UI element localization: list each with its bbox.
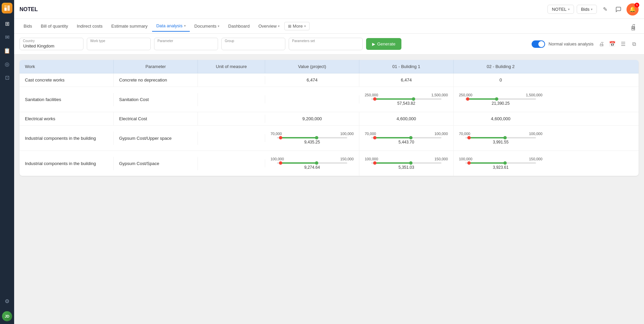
data-table: Work Parameter Unit of measure Value (pr… bbox=[20, 60, 639, 176]
table-row: Industrial components in the building Gy… bbox=[20, 126, 639, 151]
range-track bbox=[371, 162, 442, 164]
sidebar-item-home[interactable]: ⊞ bbox=[1, 18, 13, 30]
print-icon[interactable]: 🖨 bbox=[628, 23, 639, 34]
range-dot-green bbox=[315, 136, 318, 139]
sidebar-item-inbox[interactable]: ✉ bbox=[1, 31, 13, 43]
range-fill bbox=[280, 162, 316, 164]
svg-rect-1 bbox=[7, 5, 10, 11]
range-track bbox=[465, 162, 536, 164]
row2-building2: 250,000 1,500,000 21,390.25 bbox=[454, 87, 548, 112]
sidebar-item-layers[interactable]: ⊡ bbox=[1, 71, 13, 84]
tab-estimate-summary[interactable]: Estimate summary bbox=[107, 21, 152, 31]
range-value: 21,390.25 bbox=[492, 101, 509, 106]
parameters-set-input[interactable] bbox=[289, 38, 363, 50]
range-max-label: 100,000 bbox=[340, 132, 354, 136]
country-filter[interactable]: Country bbox=[20, 38, 83, 50]
range-value-project: 70,000 100,000 9,435.25 bbox=[271, 130, 354, 147]
row1-parameter: Concrete no deprecation bbox=[114, 73, 198, 87]
row1-value-project: 6,474 bbox=[265, 73, 359, 87]
print-view-icon[interactable]: 🖨 bbox=[597, 39, 606, 49]
parameters-set-filter[interactable]: Parameters set bbox=[289, 38, 363, 50]
range-min-label: 250,000 bbox=[459, 93, 472, 97]
avatar[interactable]: JD bbox=[2, 311, 12, 321]
table-header: Work Parameter Unit of measure Value (pr… bbox=[20, 60, 639, 73]
tab-overview[interactable]: Overview ▾ bbox=[254, 21, 284, 31]
work-type-filter[interactable]: Work type bbox=[87, 38, 151, 50]
range-labels: 70,000 100,000 bbox=[365, 132, 448, 136]
range-fill bbox=[469, 137, 504, 138]
edit-icon[interactable]: ✎ bbox=[600, 4, 610, 15]
rows-view-icon[interactable]: ☰ bbox=[618, 39, 628, 49]
parameter-input[interactable] bbox=[154, 38, 218, 50]
tab-data-analysis[interactable]: Data analysis ▾ bbox=[152, 21, 189, 32]
row3-unit bbox=[198, 115, 265, 123]
country-input[interactable] bbox=[20, 38, 83, 50]
row5-parameter: Gypsum Cost/Space bbox=[114, 157, 198, 170]
bids-label: Bids bbox=[581, 7, 589, 12]
bids-selector[interactable]: Bids ▾ bbox=[577, 5, 597, 14]
range-dot-green bbox=[495, 97, 498, 101]
range-building2: 100,000 150,000 3,923.61 bbox=[459, 155, 542, 172]
project-chevron-icon: ▾ bbox=[568, 7, 570, 11]
tab-bill-of-quantity[interactable]: Bill of quantity bbox=[37, 21, 72, 31]
filters-right: Normal values analysis 🖨 📅 ☰ ⧉ bbox=[532, 39, 639, 49]
row4-building2: 70,000 100,000 3,991.55 bbox=[454, 126, 548, 151]
table-row: Cast concrete works Concrete no deprecat… bbox=[20, 73, 639, 87]
row4-unit bbox=[198, 134, 265, 142]
sidebar-item-reports[interactable]: 📋 bbox=[1, 44, 13, 57]
app-logo[interactable] bbox=[2, 3, 12, 13]
row2-work: Sanitation facilities bbox=[20, 93, 114, 106]
parameter-filter[interactable]: Parameter bbox=[154, 38, 218, 50]
calendar-view-icon[interactable]: 📅 bbox=[608, 39, 617, 49]
range-min-label: 70,000 bbox=[459, 132, 470, 136]
range-labels: 100,000 150,000 bbox=[459, 157, 542, 161]
nav-tabs: Bids Bill of quantity Indirect costs Est… bbox=[14, 19, 644, 34]
filters-bar: Country Work type Parameter Group Parame… bbox=[14, 34, 644, 55]
group-input[interactable] bbox=[221, 38, 285, 50]
tab-bids[interactable]: Bids bbox=[20, 21, 36, 31]
sidebar-item-map[interactable]: ◎ bbox=[1, 58, 13, 70]
tab-more[interactable]: ⊞ More ▾ bbox=[284, 22, 310, 30]
tab-dashboard[interactable]: Dashboard bbox=[224, 21, 254, 31]
range-min-label: 70,000 bbox=[365, 132, 376, 136]
range-value: 9,274.64 bbox=[304, 165, 320, 170]
chat-icon[interactable] bbox=[613, 4, 624, 15]
notification-button[interactable]: 🔔 5 bbox=[627, 3, 639, 15]
range-fill bbox=[467, 98, 496, 100]
range-fill bbox=[374, 137, 410, 138]
toggle-knob bbox=[538, 41, 544, 47]
topbar-right: NOTEL ▾ Bids ▾ ✎ 🔔 5 bbox=[547, 3, 639, 15]
row4-parameter: Gypsum Cost/Upper space bbox=[114, 132, 198, 145]
range-min-label: 100,000 bbox=[365, 157, 378, 161]
tab-indirect-costs[interactable]: Indirect costs bbox=[73, 21, 107, 31]
range-max-label: 1,500,000 bbox=[431, 93, 448, 97]
row2-unit bbox=[198, 95, 265, 103]
row5-value-project: 100,000 150,000 9,274.64 bbox=[265, 151, 359, 176]
row1-building1: 6,474 bbox=[359, 73, 454, 87]
normal-values-toggle[interactable] bbox=[532, 40, 545, 48]
row5-building1: 100,000 150,000 5,351.03 bbox=[359, 151, 454, 176]
range-labels: 70,000 100,000 bbox=[459, 132, 542, 136]
range-value-project: 100,000 150,000 9,274.64 bbox=[271, 155, 354, 172]
bids-chevron-icon: ▾ bbox=[591, 7, 593, 11]
range-max-label: 1,500,000 bbox=[526, 93, 542, 97]
range-value: 57,543.82 bbox=[397, 101, 415, 106]
tab-documents[interactable]: Documents ▾ bbox=[190, 21, 224, 31]
range-track bbox=[277, 162, 348, 164]
group-filter[interactable]: Group bbox=[221, 38, 285, 50]
range-dot-green bbox=[503, 136, 507, 139]
project-selector[interactable]: NOTEL ▾ bbox=[547, 5, 574, 14]
normal-values-label: Normal values analysis bbox=[548, 41, 594, 46]
range-dot-red bbox=[466, 97, 469, 101]
col-unit: Unit of measure bbox=[198, 60, 265, 73]
work-type-input[interactable] bbox=[87, 38, 151, 50]
sidebar-item-settings[interactable]: ⚙ bbox=[1, 295, 13, 307]
columns-view-icon[interactable]: ⧉ bbox=[629, 39, 639, 49]
overview-chevron-icon: ▾ bbox=[278, 24, 280, 28]
col-parameter: Parameter bbox=[114, 60, 198, 73]
range-value: 5,351.03 bbox=[398, 165, 414, 170]
range-max-label: 150,000 bbox=[434, 157, 448, 161]
generate-button[interactable]: ▶ Generate bbox=[366, 38, 401, 50]
range-labels: 70,000 100,000 bbox=[271, 132, 354, 136]
range-dot-green bbox=[409, 136, 413, 139]
